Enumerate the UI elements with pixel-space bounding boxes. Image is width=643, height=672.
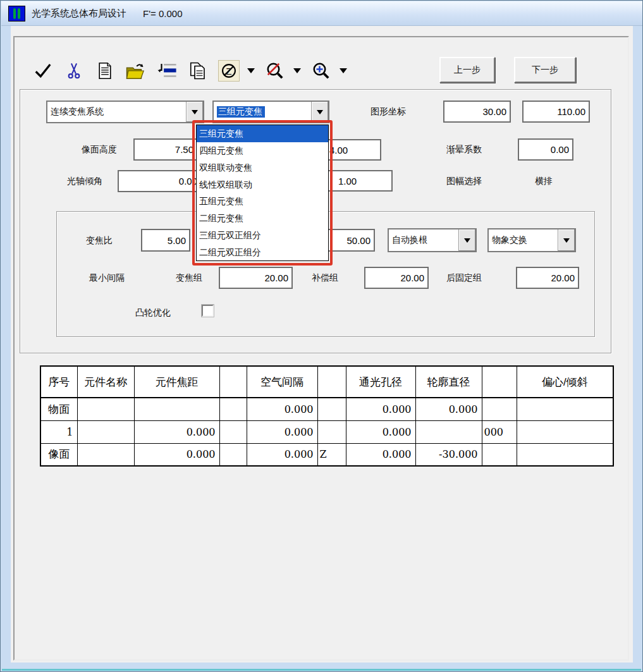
- window-title: 光学系统总体布局设计: [32, 8, 126, 20]
- vignetting-field[interactable]: [518, 138, 573, 161]
- copy-icon[interactable]: [187, 60, 209, 82]
- titlebar: 光学系统总体布局设计 F'= 0.000: [1, 1, 642, 26]
- table-cell[interactable]: 0.000: [346, 443, 415, 466]
- table-body: 物面0.0000.0000.00010.0000.0000.000000像面0.…: [40, 398, 613, 466]
- zoom-ratio-field[interactable]: [141, 229, 190, 252]
- table-cell[interactable]: [219, 443, 247, 466]
- open-folder-icon[interactable]: [125, 60, 147, 82]
- layout-select-label: 图幅选择: [446, 176, 482, 187]
- table-cell[interactable]: 0.000: [247, 398, 317, 420]
- table-cell[interactable]: [517, 398, 613, 420]
- element-table: 序号元件名称元件焦距空气间隔通光孔径轮廓直径偏心/倾斜 物面0.0000.000…: [40, 365, 614, 467]
- system-type-value: 连续变焦系统: [47, 106, 186, 118]
- table-cell[interactable]: [482, 398, 517, 420]
- layout-select-value: 横排: [535, 176, 553, 187]
- table-cell[interactable]: 0.000: [134, 443, 219, 466]
- graph-coord-x-field[interactable]: [443, 101, 511, 123]
- table-cell[interactable]: [77, 443, 134, 466]
- dropdown-option[interactable]: 双组联动变焦: [197, 159, 328, 176]
- chevron-down-icon[interactable]: [558, 229, 575, 251]
- comp-group-label: 补偿组: [312, 272, 338, 284]
- dropdown-option[interactable]: 五组元变焦: [197, 193, 328, 210]
- zoom-group-field[interactable]: [219, 267, 293, 289]
- table-cell[interactable]: 000: [482, 420, 517, 443]
- obj-img-swap-value: 物象交换: [489, 235, 558, 246]
- comp-group-field[interactable]: [364, 267, 429, 289]
- graph-coord-label: 图形坐标: [370, 106, 406, 118]
- table-cell[interactable]: [134, 398, 219, 420]
- zoom-z-toggle-icon[interactable]: Z: [218, 60, 240, 82]
- table-header-cell: [482, 366, 517, 398]
- table-row: 10.0000.0000.000000: [40, 420, 613, 443]
- zoom-off-icon[interactable]: [264, 60, 286, 82]
- vignetting-label: 渐晕系数: [446, 144, 482, 156]
- table-cell[interactable]: [517, 420, 613, 443]
- obj-img-swap-combo[interactable]: 物象交换: [487, 228, 576, 252]
- table-row: 像面0.0000.000Z0.000-30.000: [40, 443, 613, 466]
- insert-line-icon[interactable]: [156, 60, 178, 82]
- image-height-field[interactable]: [133, 138, 198, 161]
- table-cell[interactable]: 像面: [40, 443, 77, 466]
- table-cell[interactable]: [482, 443, 517, 466]
- table-cell[interactable]: 0.000: [134, 420, 219, 443]
- table-cell[interactable]: Z: [317, 443, 346, 466]
- table-header-cell: 元件焦距: [134, 366, 219, 398]
- chevron-down-icon[interactable]: [458, 229, 475, 251]
- table-cell[interactable]: 0.000: [247, 443, 317, 466]
- cam-opt-checkbox[interactable]: [202, 305, 214, 317]
- table-header-cell: 空气间隔: [247, 366, 317, 398]
- table-header-cell: 元件名称: [77, 366, 134, 398]
- cut-scissors-icon[interactable]: [63, 60, 85, 82]
- axis-tilt-field[interactable]: [118, 170, 202, 192]
- table-cell[interactable]: [517, 443, 613, 466]
- table-cell[interactable]: 0.000: [346, 398, 415, 420]
- chevron-down-icon[interactable]: [311, 102, 328, 122]
- zoom-type-combo[interactable]: 三组元变焦: [212, 101, 329, 123]
- table-cell[interactable]: 1: [40, 420, 77, 443]
- auto-root-value: 自动换根: [389, 235, 458, 246]
- table-header-cell: 轮廓直径: [415, 366, 482, 398]
- zoom-in-dropdown-arrow-icon[interactable]: [340, 68, 347, 73]
- dropdown-option[interactable]: 四组元变焦: [197, 142, 328, 159]
- table-cell[interactable]: 物面: [40, 398, 77, 420]
- table-cell[interactable]: [219, 398, 247, 420]
- table-cell[interactable]: 0.000: [346, 420, 415, 443]
- zoom-z-dropdown-arrow-icon[interactable]: [247, 68, 255, 73]
- dropdown-option[interactable]: 二组元变焦: [197, 210, 328, 227]
- image-height-label: 像面高度: [82, 144, 117, 156]
- table-cell[interactable]: [317, 398, 346, 420]
- app-icon: [8, 6, 25, 21]
- next-step-button[interactable]: 下一步: [514, 57, 576, 83]
- confirm-check-icon[interactable]: [32, 60, 54, 82]
- table-cell[interactable]: [415, 420, 482, 443]
- dropdown-option[interactable]: 线性双组联动: [197, 176, 328, 193]
- dropdown-option[interactable]: 三组元双正组分: [197, 227, 328, 244]
- table-cell[interactable]: [77, 398, 134, 420]
- table-cell[interactable]: -30.000: [415, 443, 482, 466]
- rear-group-field[interactable]: [516, 267, 579, 289]
- table-cell[interactable]: 0.000: [415, 398, 482, 420]
- table-cell[interactable]: [219, 420, 247, 443]
- graph-coord-y-field[interactable]: [522, 101, 590, 123]
- table-row: 物面0.0000.0000.000: [40, 398, 613, 420]
- table-cell[interactable]: 0.000: [247, 420, 317, 443]
- zoom-type-value: 三组元变焦: [214, 106, 311, 118]
- dropdown-option[interactable]: 三组元变焦: [197, 125, 328, 142]
- table-cell[interactable]: [317, 420, 346, 443]
- dropdown-option[interactable]: 二组元双正组分: [197, 243, 328, 260]
- zoom-in-icon[interactable]: [310, 60, 332, 82]
- table-header-row: 序号元件名称元件焦距空气间隔通光孔径轮廓直径偏心/倾斜: [40, 366, 613, 398]
- zoom-ratio-label: 变焦比: [86, 235, 113, 247]
- axis-tilt-label: 光轴倾角: [67, 176, 102, 187]
- table-cell[interactable]: [77, 420, 134, 443]
- chevron-down-icon[interactable]: [186, 102, 203, 122]
- focal-length-readout: F'= 0.000: [143, 8, 183, 19]
- table-header-cell: 序号: [40, 366, 77, 398]
- zoom-off-dropdown-arrow-icon[interactable]: [293, 68, 301, 73]
- prev-step-button[interactable]: 上一步: [439, 57, 495, 83]
- min-gap-label: 最小间隔: [89, 272, 125, 284]
- cam-opt-label: 凸轮优化: [135, 307, 171, 319]
- auto-root-combo[interactable]: 自动换根: [388, 228, 477, 252]
- system-type-combo[interactable]: 连续变焦系统: [46, 101, 204, 123]
- document-icon[interactable]: [94, 60, 116, 82]
